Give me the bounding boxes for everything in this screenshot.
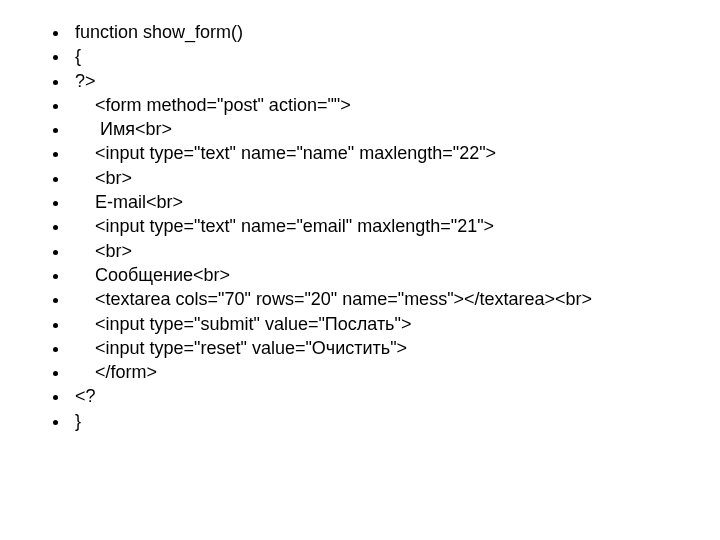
code-line: { xyxy=(70,44,690,68)
code-line: Имя<br> xyxy=(70,117,690,141)
code-line: Сообщение<br> xyxy=(70,263,690,287)
code-line: ?> xyxy=(70,69,690,93)
code-line: <br> xyxy=(70,239,690,263)
code-listing: function show_form() { ?> <form method="… xyxy=(50,20,690,433)
code-line: <textarea cols="70" rows="20" name="mess… xyxy=(70,287,690,311)
code-line: function show_form() xyxy=(70,20,690,44)
code-line: <input type="reset" value="Очистить"> xyxy=(70,336,690,360)
code-line: </form> xyxy=(70,360,690,384)
code-line: <input type="text" name="name" maxlength… xyxy=(70,141,690,165)
code-line: <form method="post" action=""> xyxy=(70,93,690,117)
code-line: <? xyxy=(70,384,690,408)
code-line: <input type="text" name="email" maxlengt… xyxy=(70,214,690,238)
code-line: <input type="submit" value="Послать"> xyxy=(70,312,690,336)
code-line: } xyxy=(70,409,690,433)
code-line: <br> xyxy=(70,166,690,190)
code-line: E-mail<br> xyxy=(70,190,690,214)
